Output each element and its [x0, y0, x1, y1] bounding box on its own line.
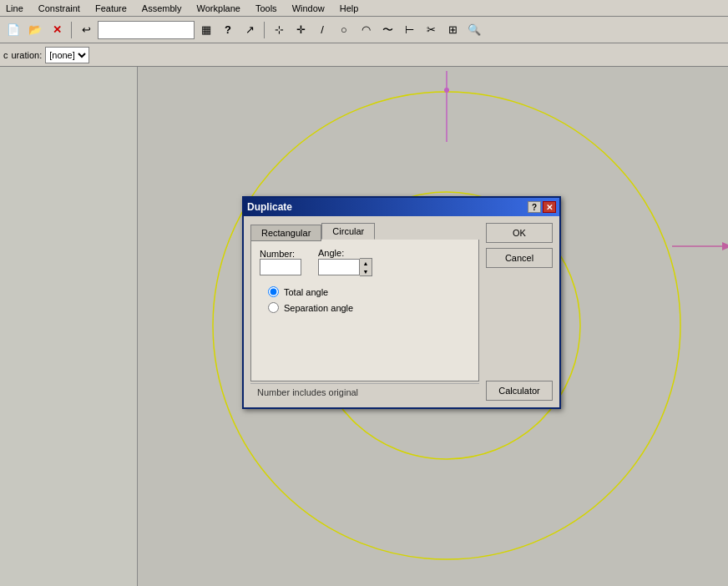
angle-group: Angle: 360 ▲ ▼ [318, 248, 372, 276]
cancel-button[interactable]: Cancel [486, 248, 553, 268]
feature-input[interactable]: Straight [100, 25, 192, 35]
total-angle-radio[interactable] [268, 286, 279, 297]
dimension-icon[interactable]: ⊢ [399, 20, 419, 40]
new-icon[interactable]: 📄 [3, 20, 23, 40]
dialog-tabs: Rectangular Circular [250, 223, 479, 240]
line-icon[interactable]: / [312, 20, 332, 40]
dialog-help-button[interactable]: ? [528, 201, 541, 213]
separator-2 [264, 22, 265, 38]
tab-content: Number: 14 Angle: 360 [250, 240, 479, 381]
config-label: c [3, 50, 8, 60]
calculator-button[interactable]: Calculator [486, 381, 553, 401]
select-icon[interactable]: ⊹ [269, 20, 289, 40]
number-group: Number: 14 [260, 249, 301, 275]
spline-icon[interactable]: 〜 [377, 20, 397, 40]
zoom-icon[interactable]: 🔍 [464, 20, 484, 40]
separation-angle-radio[interactable] [268, 302, 279, 313]
dialog-left: Rectangular Circular Number: 14 [250, 223, 479, 401]
close-icon[interactable]: ✕ [47, 20, 67, 40]
angle-spinner: ▲ ▼ [360, 258, 372, 276]
menu-help[interactable]: Help [337, 3, 361, 14]
dialog-body: Rectangular Circular Number: 14 [244, 216, 559, 407]
number-input[interactable]: 14 [260, 259, 301, 275]
tab-circular[interactable]: Circular [321, 223, 375, 240]
spacer [486, 273, 553, 326]
config-select[interactable]: [none] [45, 47, 89, 63]
angle-up-button[interactable]: ▲ [360, 259, 372, 267]
dialog-right: OK Cancel Calculator [486, 223, 553, 401]
undo-icon[interactable]: ↩ [76, 20, 96, 40]
total-angle-label: Total angle [284, 287, 328, 297]
menu-line[interactable]: Line [3, 3, 26, 14]
menu-tools[interactable]: Tools [253, 3, 280, 14]
menu-workplane[interactable]: Workplane [195, 3, 243, 14]
ok-button[interactable]: OK [486, 223, 553, 243]
help-icon[interactable]: ? [218, 20, 238, 40]
angle-down-button[interactable]: ▼ [360, 267, 372, 275]
config-label2: uration: [12, 50, 43, 60]
total-angle-row: Total angle [268, 286, 470, 297]
filter-icon[interactable]: ▦ [196, 20, 216, 40]
menu-assembly[interactable]: Assembly [139, 3, 185, 14]
dialog-close-button[interactable]: ✕ [543, 201, 556, 213]
dialog-title: Duplicate [247, 201, 292, 213]
svg-point-5 [444, 88, 449, 93]
separator-1 [71, 22, 72, 38]
menu-feature[interactable]: Feature [93, 3, 129, 14]
menubar: Line Constraint Feature Assembly Workpla… [0, 0, 728, 17]
toolbar2: c uration: [none] [0, 43, 728, 67]
footer-note: Number includes original [250, 383, 479, 401]
arc-icon[interactable]: ◠ [356, 20, 376, 40]
svg-marker-4 [722, 242, 728, 250]
radio-group: Total angle Separation angle [260, 286, 470, 313]
viewport: Duplicate ? ✕ Rectangular Circular [138, 67, 728, 586]
pointer-icon[interactable]: ↗ [240, 20, 260, 40]
canvas-area: Duplicate ? ✕ Rectangular Circular [0, 67, 728, 586]
number-angle-row: Number: 14 Angle: 360 [260, 248, 470, 276]
angle-label: Angle: [318, 248, 372, 258]
angle-input[interactable]: 360 [318, 259, 360, 275]
dialog-controls: ? ✕ [528, 201, 556, 213]
feature-input-box: Straight [98, 21, 195, 39]
left-panel [0, 67, 138, 586]
move-icon[interactable]: ✛ [291, 20, 311, 40]
number-label: Number: [260, 249, 301, 259]
angle-input-wrap: 360 ▲ ▼ [318, 258, 372, 276]
trim-icon[interactable]: ✂ [421, 20, 441, 40]
open-icon[interactable]: 📂 [25, 20, 45, 40]
tab-rectangular[interactable]: Rectangular [250, 225, 321, 241]
separation-angle-row: Separation angle [268, 302, 470, 313]
number-input-wrap: 14 [260, 259, 301, 275]
pattern-icon[interactable]: ⊞ [442, 20, 463, 40]
menu-window[interactable]: Window [290, 3, 327, 14]
menu-constraint[interactable]: Constraint [36, 3, 83, 14]
separation-angle-label: Separation angle [284, 303, 353, 313]
duplicate-dialog: Duplicate ? ✕ Rectangular Circular [242, 196, 561, 409]
circle-icon[interactable]: ○ [334, 20, 354, 40]
toolbar: 📄 📂 ✕ ↩ Straight ▦ ? ↗ ⊹ ✛ / ○ ◠ 〜 ⊢ ✂ ⊞… [0, 17, 728, 43]
dialog-titlebar: Duplicate ? ✕ [244, 198, 559, 216]
